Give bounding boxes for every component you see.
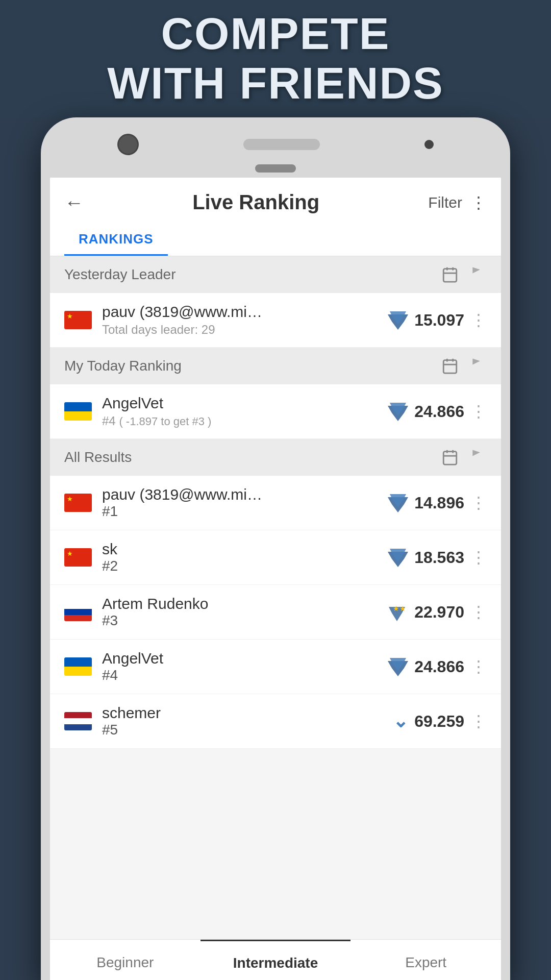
phone-camera	[117, 134, 139, 155]
flag-ukraine	[64, 402, 92, 421]
more-button[interactable]: ⋮	[470, 193, 487, 212]
section-yesterday-label: Yesterday Leader	[64, 266, 176, 283]
filter-button[interactable]: Filter	[428, 194, 462, 211]
score-value: 69.259	[414, 712, 464, 731]
tab-beginner[interactable]: Beginner	[50, 940, 201, 980]
flag-china	[64, 494, 92, 512]
tab-intermediate[interactable]: Intermediate	[201, 940, 351, 980]
section-all-results: All Results	[50, 439, 501, 476]
item-more-button[interactable]: ⋮	[470, 402, 487, 421]
svg-text:★★: ★★	[393, 604, 406, 612]
app-bar: ← Live Ranking Filter ⋮ RANKINGS	[50, 178, 501, 256]
phone-frame: ← Live Ranking Filter ⋮ RANKINGS Yesterd…	[41, 117, 510, 980]
chevron-down-icon: ⌄	[393, 710, 408, 732]
phone-sensor	[424, 140, 434, 149]
svg-rect-12	[443, 452, 457, 465]
back-button[interactable]: ←	[64, 193, 84, 212]
user-name: AngelVet	[102, 650, 378, 667]
rank-badge-icon	[388, 493, 408, 512]
list-item: sk #2 18.563 ⋮	[50, 530, 501, 585]
calendar-icon-2[interactable]	[441, 357, 459, 375]
user-name: AngelVet	[102, 395, 378, 412]
item-more-button[interactable]: ⋮	[470, 712, 487, 731]
flag-china	[64, 311, 92, 329]
score-value: 24.866	[414, 657, 464, 676]
flag-russia	[64, 603, 92, 621]
star-rank-badge: ★★	[386, 602, 408, 622]
score-area: 24.866 ⋮	[388, 402, 487, 421]
rank-badge-icon	[388, 402, 408, 421]
app-tabs: RANKINGS	[64, 224, 487, 256]
section-allresults-label: All Results	[64, 449, 132, 465]
section-yesterday-leader: Yesterday Leader	[50, 256, 501, 293]
item-more-button[interactable]: ⋮	[470, 493, 487, 512]
user-rank: #4	[102, 667, 378, 683]
user-rank: #1	[102, 503, 378, 520]
score-area: 18.563 ⋮	[388, 548, 487, 567]
list-item: AngelVet #4 24.866 ⋮	[50, 640, 501, 694]
rank-badge-icon	[388, 548, 408, 567]
user-sub: Total days leader: 29	[102, 323, 378, 337]
phone-top-bar	[50, 127, 501, 164]
list-item: pauv (3819@www.mi… #1 14.896 ⋮	[50, 476, 501, 530]
list-item: pauv (3819@www.mi… Total days leader: 29…	[50, 293, 501, 348]
phone-home-button	[255, 164, 296, 173]
score-value: 22.970	[414, 603, 464, 622]
user-info: pauv (3819@www.mi… #1	[102, 486, 378, 520]
tab-expert[interactable]: Expert	[350, 940, 501, 980]
user-name: schemer	[102, 704, 383, 722]
score-value: 15.097	[414, 311, 464, 330]
app-title: Live Ranking	[84, 191, 428, 214]
calendar-icon-3[interactable]	[441, 448, 459, 467]
flag-netherlands	[64, 712, 92, 730]
item-more-button[interactable]: ⋮	[470, 602, 487, 622]
item-more-button[interactable]: ⋮	[470, 310, 487, 330]
tab-rankings[interactable]: RANKINGS	[64, 224, 168, 256]
item-more-button[interactable]: ⋮	[470, 548, 487, 567]
flag-china	[64, 548, 92, 567]
user-info: pauv (3819@www.mi… Total days leader: 29	[102, 303, 378, 337]
section-mytoday-icons	[441, 357, 487, 375]
section-allresults-icons	[441, 448, 487, 467]
page-title: Compete with Friends	[107, 9, 444, 108]
section-mytoday-label: My Today Ranking	[64, 358, 182, 374]
user-name: sk	[102, 541, 378, 558]
user-info: AngelVet #4 ( -1.897 to get #3 )	[102, 395, 378, 428]
calendar-icon[interactable]	[441, 265, 459, 284]
rank-badge-icon	[388, 310, 408, 330]
svg-rect-6	[443, 360, 457, 374]
section-yesterday-icons	[441, 265, 487, 284]
user-rank: #4 ( -1.897 to get #3 )	[102, 414, 378, 428]
app-screen: ← Live Ranking Filter ⋮ RANKINGS Yesterd…	[50, 178, 501, 980]
list-item: Artem Rudenko #3 ★★ 22.970 ⋮	[50, 585, 501, 640]
user-info: sk #2	[102, 541, 378, 574]
score-area: 24.866 ⋮	[388, 657, 487, 676]
flag-icon[interactable]	[468, 265, 487, 284]
user-rank: #5	[102, 722, 383, 738]
list-item: AngelVet #4 ( -1.897 to get #3 ) 24.866 …	[50, 384, 501, 439]
app-bar-actions: Filter ⋮	[428, 193, 487, 212]
phone-speaker	[243, 139, 320, 150]
score-area: 14.896 ⋮	[388, 493, 487, 512]
user-info: schemer #5	[102, 704, 383, 738]
user-info: Artem Rudenko #3	[102, 595, 375, 629]
score-area: ★★ 22.970 ⋮	[386, 602, 487, 622]
bottom-tab-bar: Beginner Intermediate Expert	[50, 939, 501, 980]
user-name: pauv (3819@www.mi…	[102, 303, 378, 321]
score-value: 24.866	[414, 402, 464, 421]
user-name: Artem Rudenko	[102, 595, 375, 612]
user-rank: #2	[102, 558, 378, 574]
svg-rect-0	[443, 269, 457, 282]
score-area: 15.097 ⋮	[388, 310, 487, 330]
user-info: AngelVet #4	[102, 650, 378, 683]
score-value: 14.896	[414, 494, 464, 512]
list-item: schemer #5 ⌄ 69.259 ⋮	[50, 694, 501, 749]
flag-icon-2[interactable]	[468, 357, 487, 375]
rank-badge-icon	[388, 657, 408, 676]
item-more-button[interactable]: ⋮	[470, 657, 487, 676]
content-area: Yesterday Leader	[50, 256, 501, 939]
score-area: ⌄ 69.259 ⋮	[393, 710, 487, 732]
user-name: pauv (3819@www.mi…	[102, 486, 378, 503]
flag-icon-3[interactable]	[468, 448, 487, 467]
score-value: 18.563	[414, 548, 464, 567]
